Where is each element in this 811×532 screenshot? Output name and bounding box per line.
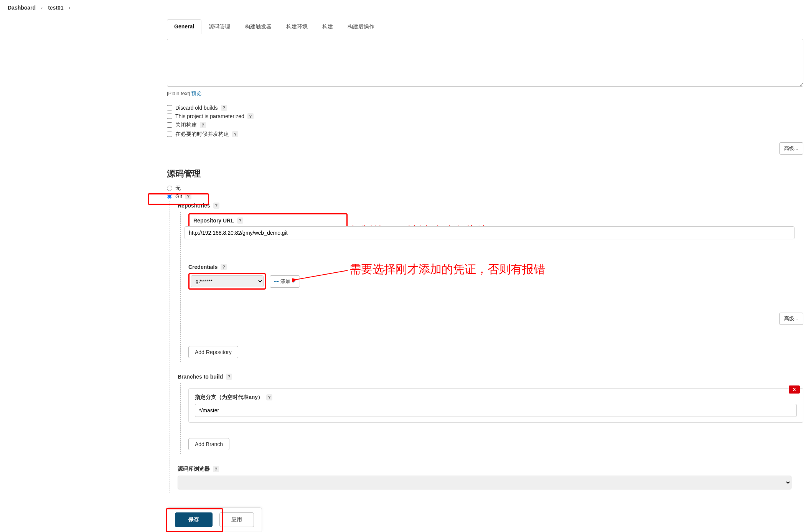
- preview-link[interactable]: 预览: [191, 91, 201, 96]
- add-repository-button[interactable]: Add Repository: [188, 346, 238, 358]
- chevron-right-icon: ›: [41, 5, 43, 10]
- tab-scm[interactable]: 源码管理: [201, 19, 237, 34]
- description-textarea[interactable]: [167, 39, 803, 87]
- help-icon[interactable]: ?: [232, 131, 238, 137]
- description-format-row: [Plain text] 预览: [167, 90, 803, 97]
- footer-action-bar: 保存 应用: [167, 507, 262, 532]
- plain-text-label: [Plain text]: [167, 91, 190, 96]
- chevron-right-icon: ›: [69, 5, 71, 10]
- advanced-button-repo[interactable]: 高级...: [779, 313, 803, 325]
- repositories-label: Repositories: [178, 203, 210, 209]
- key-icon: ⊶: [274, 278, 279, 284]
- repo-browser-select[interactable]: [178, 476, 791, 489]
- advanced-button[interactable]: 高级...: [779, 142, 803, 155]
- help-icon[interactable]: ?: [221, 264, 227, 270]
- breadcrumb: Dashboard › test01 ›: [0, 0, 811, 15]
- config-tabs: General 源码管理 构建触发器 构建环境 构建 构建后操作: [167, 19, 803, 34]
- branch-spec-input[interactable]: [195, 404, 797, 417]
- help-icon[interactable]: ?: [226, 374, 232, 380]
- credentials-label: Credentials: [188, 264, 218, 270]
- scm-git-radio[interactable]: [167, 194, 172, 199]
- disable-build-label: 关闭构建: [175, 122, 197, 128]
- tab-triggers[interactable]: 构建触发器: [237, 19, 279, 34]
- concurrent-build-label: 在必要的时候并发构建: [175, 131, 229, 138]
- repo-url-label: Repository URL: [193, 217, 234, 224]
- delete-branch-button[interactable]: X: [789, 385, 800, 394]
- help-icon[interactable]: ?: [237, 217, 243, 224]
- apply-button[interactable]: 应用: [219, 512, 254, 527]
- add-branch-button[interactable]: Add Branch: [188, 438, 229, 450]
- discard-old-builds-label: Discard old builds: [175, 105, 218, 111]
- breadcrumb-dashboard[interactable]: Dashboard: [8, 5, 36, 11]
- add-credentials-button[interactable]: ⊶ 添加 ▼: [270, 275, 300, 288]
- credentials-select[interactable]: gl/******: [191, 275, 264, 287]
- disable-build-checkbox[interactable]: [167, 122, 172, 128]
- tab-env[interactable]: 构建环境: [279, 19, 315, 34]
- parameterized-label: This project is parameterized: [175, 113, 244, 119]
- annotation-cred-text: 需要选择刚才添加的凭证，否则有报错: [349, 262, 545, 277]
- help-icon[interactable]: ?: [213, 203, 219, 209]
- concurrent-build-checkbox[interactable]: [167, 132, 172, 137]
- repo-browser-label: 源码库浏览器: [178, 466, 210, 473]
- repo-url-input[interactable]: [185, 226, 795, 239]
- breadcrumb-job[interactable]: test01: [48, 5, 63, 11]
- scm-none-label: 无: [175, 185, 181, 192]
- parameterized-checkbox[interactable]: [167, 114, 172, 119]
- scm-none-radio[interactable]: [167, 186, 172, 191]
- help-icon[interactable]: ?: [185, 193, 191, 199]
- tab-post[interactable]: 构建后操作: [340, 19, 382, 34]
- scm-git-label: Git: [175, 193, 182, 199]
- scm-heading: 源码管理: [167, 168, 803, 180]
- chevron-down-icon: ▼: [292, 279, 296, 283]
- branches-to-build-label: Branches to build: [178, 374, 223, 380]
- branch-spec-label: 指定分支（为空时代表any）: [195, 394, 263, 401]
- add-credentials-label: 添加: [280, 278, 290, 285]
- help-icon[interactable]: ?: [266, 394, 272, 400]
- tab-general[interactable]: General: [167, 19, 201, 34]
- help-icon[interactable]: ?: [213, 466, 219, 472]
- help-icon[interactable]: ?: [200, 122, 206, 128]
- help-icon[interactable]: ?: [247, 113, 254, 119]
- save-button[interactable]: 保存: [175, 512, 213, 527]
- help-icon[interactable]: ?: [221, 105, 227, 111]
- tab-build[interactable]: 构建: [315, 19, 340, 34]
- discard-old-builds-checkbox[interactable]: [167, 105, 172, 110]
